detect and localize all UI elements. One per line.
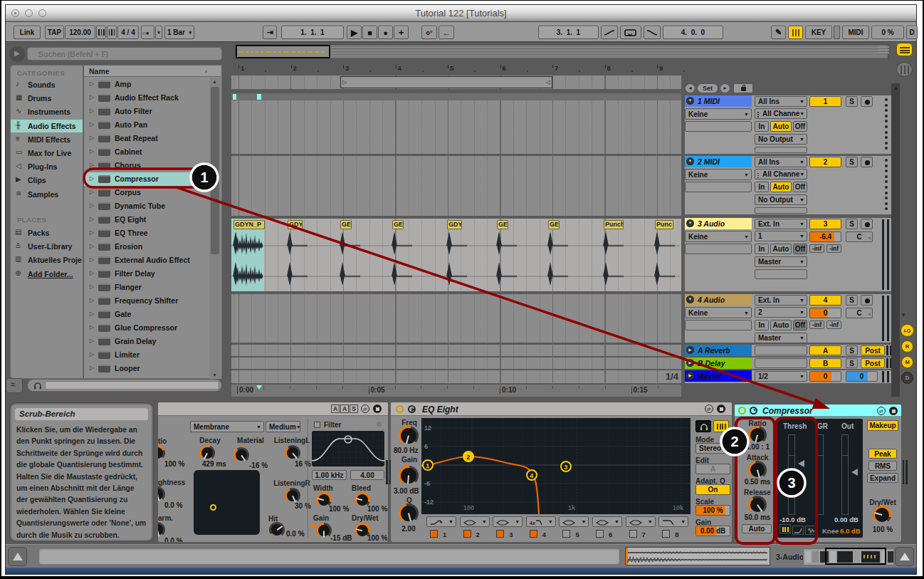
master-volume-field[interactable]: 0 — [809, 371, 841, 382]
play-button[interactable]: ▶ — [347, 26, 362, 39]
show-info-button[interactable] — [8, 547, 27, 566]
track-title[interactable]: ▼3 Audio — [685, 218, 752, 229]
arrangement-position-field[interactable]: 1. 1. 1 — [281, 26, 344, 39]
list-item-eq-eight[interactable]: ▷EQ Eight — [84, 213, 209, 226]
cut-knob[interactable] — [158, 522, 165, 538]
drum-synth-device-title-bar[interactable]: AAS⇄ — [158, 402, 388, 416]
search-input[interactable]: Suchen (Befehl + F) — [27, 47, 222, 61]
list-scrollbar[interactable]: ▲▼ — [209, 78, 221, 379]
band-7-checkbox[interactable] — [629, 530, 637, 538]
track-header-a-reverb[interactable]: ▶A ReverbASPost — [685, 345, 891, 356]
band-2-checkbox[interactable] — [463, 530, 471, 538]
hot-swap-corner-button[interactable]: ≈ — [6, 378, 23, 393]
loop-lock-button[interactable] — [733, 83, 753, 93]
material-knob[interactable] — [233, 447, 249, 463]
input-type-chooser[interactable]: Ext. In▼ — [755, 295, 807, 306]
metronome-button[interactable]: ○● — [141, 26, 154, 39]
input-channel-chooser[interactable]: 2▼ — [755, 307, 807, 318]
spectrum-button[interactable] — [713, 420, 729, 432]
track-device-chooser[interactable]: Keine▼ — [685, 169, 752, 180]
loop-button[interactable] — [620, 26, 641, 39]
list-item-compressor[interactable]: ▷Compressor — [84, 172, 209, 186]
list-item-audio-effect-rack[interactable]: ▷Audio Effect Rack — [84, 91, 209, 105]
sidebar-item-max-for-live[interactable]: ▭Max for Live — [11, 147, 83, 160]
output-channel-box[interactable] — [755, 269, 807, 279]
output-channel-box[interactable] — [755, 147, 807, 153]
band-2-type-chooser[interactable]: ▼ — [460, 516, 490, 527]
device-on-button[interactable] — [396, 405, 404, 413]
list-item-corpus[interactable]: ▷Corpus — [84, 186, 209, 199]
monitor-auto-button[interactable]: Auto — [770, 182, 792, 192]
master-lane[interactable] — [231, 370, 681, 383]
scale-field[interactable]: 100 % — [695, 505, 730, 516]
output-gain-field[interactable]: 0.00 dB — [695, 526, 730, 536]
time-ruler[interactable]: 0:000:050:100:15 — [231, 385, 681, 397]
track-title[interactable]: ▶B Delay — [685, 358, 752, 369]
peak-button[interactable]: Peak — [868, 449, 897, 459]
follow-button[interactable]: ⇥ — [263, 26, 277, 39]
track-header-1-midi[interactable]: ▼1 MIDIKeine▼All Ins▼All Channe▼InAutoOf… — [685, 95, 891, 154]
macro-variation-button[interactable]: A — [331, 405, 340, 413]
sidebar-item-clips[interactable]: ▶Clips — [11, 174, 83, 187]
adaptq-button[interactable]: On — [695, 484, 730, 495]
volume-field[interactable]: 0 — [809, 308, 841, 318]
sidebar-item-add-folder-[interactable]: ⊕Add Folder... — [11, 268, 83, 281]
output-chooser[interactable]: Master▼ — [755, 333, 807, 343]
hit-knob[interactable] — [269, 522, 285, 538]
band-5-checkbox[interactable] — [562, 530, 570, 538]
filter-freq-field[interactable]: 1.00 kHz — [312, 470, 347, 480]
sidebar-item-packs[interactable]: ▤Packs — [11, 226, 83, 239]
list-item-amp[interactable]: ▷Amp — [84, 78, 209, 91]
save-preset-icon[interactable] — [373, 405, 382, 413]
solo-button[interactable]: S — [846, 295, 858, 306]
list-item-external-audio-effect[interactable]: ▷External Audio Effect — [84, 254, 209, 267]
beat-time-ruler[interactable]: 123456789 — [231, 63, 681, 75]
band-6-checkbox[interactable] — [596, 530, 604, 538]
metronome-menu-button[interactable]: ▾ — [155, 26, 162, 39]
audition-button[interactable] — [695, 420, 711, 432]
monitor-auto-button[interactable]: Auto — [770, 244, 792, 254]
sidebar-item-midi-effects[interactable]: ≡MIDI Effects — [11, 133, 83, 146]
track-name-box[interactable] — [685, 121, 752, 132]
output-channel-box[interactable] — [755, 207, 807, 214]
track-number-button[interactable]: 4 — [809, 295, 841, 306]
transfer-curve-button[interactable] — [792, 526, 804, 535]
makeup-button[interactable]: Makeup — [867, 420, 898, 431]
band-7-type-chooser[interactable]: ▼ — [626, 516, 656, 527]
track-lane-3[interactable]: GDYN_PGDYGEGEGDYGEGEPunchPunc — [231, 219, 681, 291]
list-item-looper[interactable]: ▷Looper — [84, 362, 209, 375]
overview-zoom-box[interactable] — [236, 45, 330, 58]
quantize-menu[interactable]: 1 Bar▾ — [164, 26, 194, 39]
band-8-checkbox[interactable] — [662, 530, 670, 538]
monitor-auto-button[interactable]: Auto — [770, 121, 792, 132]
track-device-chooser[interactable]: Keine▼ — [685, 231, 752, 242]
solo-button[interactable]: S — [846, 157, 858, 167]
clip-overview[interactable] — [625, 547, 770, 565]
ratio-knob[interactable] — [748, 426, 767, 444]
filter-checkbox[interactable] — [314, 422, 320, 428]
list-item-grain-delay[interactable]: ▷Grain Delay — [84, 335, 209, 348]
monitor-in-button[interactable]: In — [755, 244, 769, 254]
track-title[interactable]: ▶A Reverb — [685, 345, 752, 356]
input-type-chooser[interactable]: All Ins▼ — [755, 157, 807, 167]
freq-knob[interactable] — [399, 426, 419, 446]
sidebar-item-audio-effects[interactable]: ╫Audio Effects — [11, 120, 83, 132]
input-channel-chooser[interactable]: 1▼ — [755, 231, 807, 241]
fade-out-button[interactable] — [644, 26, 661, 39]
post-button[interactable]: Post — [861, 358, 885, 368]
track-title[interactable]: ▼1 MIDI — [685, 95, 752, 107]
browser-collapse-button[interactable]: ▶ — [9, 46, 25, 62]
list-item-dynamic-tube[interactable]: ▷Dynamic Tube — [84, 199, 209, 213]
list-item-filter-delay[interactable]: ▷Filter Delay — [84, 267, 209, 281]
list-item-gate[interactable]: ▷Gate — [84, 308, 209, 321]
arm-button[interactable] — [861, 219, 873, 229]
decay-knob[interactable] — [199, 445, 215, 461]
output-chooser[interactable]: No Output▼ — [755, 134, 807, 145]
list-item-chorus[interactable]: ▷Chorus — [84, 159, 209, 172]
sidebar-item-sounds[interactable]: ♪Sounds — [11, 78, 83, 91]
macro-variation-button[interactable]: A — [340, 405, 349, 413]
sidebar-item-instruments[interactable]: ∿Instruments — [11, 105, 83, 118]
track-device-chooser[interactable]: Keine▼ — [685, 108, 752, 120]
overdub-button[interactable]: ＋ — [394, 26, 409, 39]
compressor-title-bar[interactable]: ▼Compressor⇄ — [735, 405, 901, 417]
